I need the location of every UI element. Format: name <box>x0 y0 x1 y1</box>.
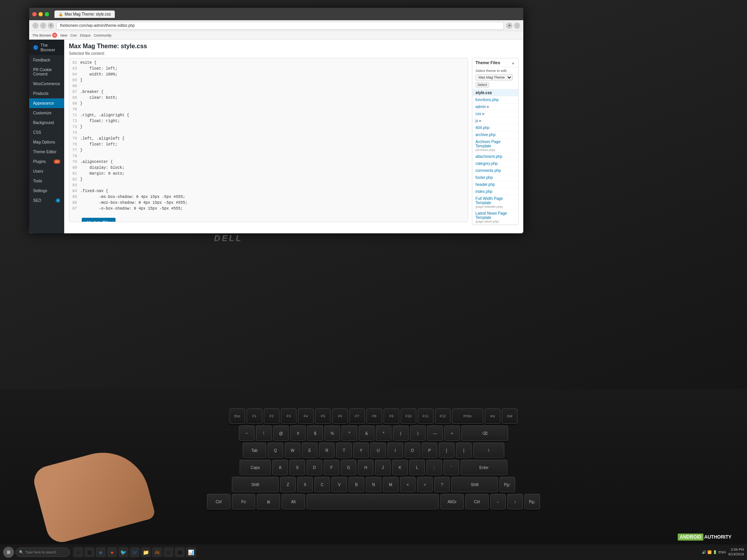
key-enter[interactable]: Enter <box>461 460 507 475</box>
key-fn[interactable]: Fn <box>232 494 255 509</box>
key-x[interactable]: X <box>297 477 313 492</box>
key-f12[interactable]: F12 <box>435 408 451 424</box>
forward-button[interactable]: › <box>40 23 46 29</box>
theme-file-index[interactable]: index.php <box>472 188 518 195</box>
sidebar-item-theme-editor[interactable]: Theme Editor <box>29 147 64 157</box>
key-f8[interactable]: F8 <box>366 408 382 424</box>
taskbar-steam[interactable]: ♨ <box>163 547 174 557</box>
key-space[interactable] <box>307 494 439 509</box>
key-n[interactable]: N <box>366 477 381 492</box>
select-theme-button[interactable]: Select <box>475 82 489 88</box>
key-s[interactable]: S <box>289 460 305 475</box>
theme-file-fullwidth[interactable]: Full Width Page Template (page-fullwidth… <box>472 195 518 210</box>
taskbar-chrome[interactable]: ● <box>107 547 117 557</box>
theme-selector[interactable]: Max Mag Theme <box>475 74 513 80</box>
battery-icon[interactable]: 🔋 <box>713 550 717 554</box>
key-ctrl-left[interactable]: Ctrl <box>207 494 230 509</box>
theme-file-style-css[interactable]: style.css <box>472 89 518 96</box>
key-plus[interactable]: + <box>444 425 460 441</box>
theme-file-category[interactable]: category.php <box>472 160 518 167</box>
key-p[interactable]: P <box>422 443 437 458</box>
key-q[interactable]: Q <box>268 443 283 458</box>
key-pgdn[interactable]: Pg↓ <box>524 494 540 509</box>
taskbar-cortana[interactable]: ○ <box>73 547 83 557</box>
theme-file-archives-template[interactable]: Archives Page Template (archives.php) <box>472 138 518 153</box>
key-quote[interactable]: ' <box>444 460 459 475</box>
taskbar-app5[interactable]: 📁 <box>141 547 151 557</box>
settings-icon[interactable]: ⋮ <box>514 23 520 29</box>
taskbar-app9[interactable]: 📊 <box>186 547 196 557</box>
key-d[interactable]: D <box>307 460 322 475</box>
theme-file-footer[interactable]: footer.php <box>472 174 518 181</box>
key-altgr[interactable]: AltGr <box>440 494 464 509</box>
key-tab[interactable]: Tab <box>243 443 266 458</box>
sidebar-item-feedback[interactable]: Feedback <box>29 55 64 65</box>
sidebar-item-products[interactable]: Products <box>29 89 64 98</box>
key-pgup[interactable]: Pg↑ <box>500 477 515 492</box>
key-l[interactable]: L <box>409 460 425 475</box>
bookmark-con[interactable]: Con <box>70 33 77 37</box>
maximize-window-button[interactable] <box>45 12 49 16</box>
taskbar-edge[interactable]: e <box>96 547 106 557</box>
key-1[interactable]: ! <box>256 425 272 441</box>
key-3[interactable]: # <box>290 425 306 441</box>
key-6[interactable]: ^ <box>342 425 357 441</box>
key-backspace[interactable]: ⌫ <box>461 425 508 441</box>
volume-icon[interactable]: 🔊 <box>702 550 706 554</box>
key-f6[interactable]: F6 <box>332 408 348 424</box>
sidebar-item-woocommerce[interactable]: WooCommerce <box>29 79 64 89</box>
theme-file-latest-news[interactable]: Latest News Page Template (page-latest.p… <box>472 210 518 225</box>
theme-file-functions-php[interactable]: functions.php <box>472 96 518 103</box>
taskbar-task-view[interactable]: ⊟ <box>84 547 95 557</box>
key-z[interactable]: Z <box>280 477 296 492</box>
key-f10[interactable]: F10 <box>401 408 416 424</box>
key-v[interactable]: V <box>331 477 347 492</box>
key-m[interactable]: M <box>383 477 398 492</box>
key-c[interactable]: C <box>314 477 330 492</box>
key-y[interactable]: Y <box>353 443 369 458</box>
key-o[interactable]: O <box>405 443 420 458</box>
bookmark-bioneer[interactable]: The Bioneer 30 <box>32 33 57 38</box>
sidebar-item-css[interactable]: CSS <box>29 128 64 137</box>
key-minus[interactable]: — <box>427 425 443 441</box>
key-win[interactable]: ⊞ <box>257 494 280 509</box>
theme-file-archive[interactable]: archive.php <box>472 131 518 138</box>
sidebar-item-appearance[interactable]: Appearance <box>29 98 64 108</box>
start-button[interactable]: ⊞ <box>3 547 14 558</box>
key-9[interactable]: ( <box>393 425 409 441</box>
address-input[interactable] <box>56 22 504 30</box>
taskbar-app3[interactable]: 🐦 <box>118 547 128 557</box>
taskbar-word[interactable]: W <box>130 547 140 557</box>
key-4[interactable]: $ <box>307 425 323 441</box>
sidebar-item-mag-options[interactable]: Mag Options <box>29 137 64 147</box>
taskbar-app8[interactable]: ⊞ <box>175 547 185 557</box>
theme-file-attachment[interactable]: attachment.php <box>472 153 518 160</box>
key-i[interactable]: I <box>388 443 403 458</box>
key-f[interactable]: F <box>324 460 339 475</box>
minimize-window-button[interactable] <box>39 12 43 16</box>
bookmark-disqus[interactable]: Disqus <box>80 33 91 37</box>
code-editor[interactable]: 62 #site { 63 float: left; 64 width: 100… <box>69 58 468 222</box>
key-shift-left[interactable]: Shift <box>232 477 279 492</box>
key-backtick[interactable]: ~ <box>239 425 254 441</box>
key-7[interactable]: & <box>359 425 374 441</box>
key-comma[interactable]: < <box>400 477 416 492</box>
refresh-button[interactable]: ↻ <box>48 23 54 29</box>
sidebar-item-settings[interactable]: Settings <box>29 186 64 196</box>
key-esc[interactable]: Esc <box>230 408 245 424</box>
key-period[interactable]: > <box>417 477 433 492</box>
key-a[interactable]: A <box>272 460 288 475</box>
key-2[interactable]: @ <box>273 425 289 441</box>
bookmark-new[interactable]: New <box>60 33 67 37</box>
key-g[interactable]: G <box>341 460 356 475</box>
key-f3[interactable]: F3 <box>281 408 296 424</box>
theme-file-header[interactable]: header.php <box>472 181 518 188</box>
active-browser-tab[interactable]: 🔒 Max Mag Theme: style.css <box>54 10 115 18</box>
key-shift-right[interactable]: Shift <box>451 477 498 492</box>
key-slash[interactable]: ? <box>434 477 450 492</box>
key-left[interactable]: ← <box>490 494 506 509</box>
key-f2[interactable]: F2 <box>264 408 279 424</box>
search-bar[interactable]: 🔍 Type here to search <box>16 548 70 557</box>
theme-file-admin[interactable]: admin ▶ <box>472 103 518 110</box>
key-prtsc[interactable]: PrtSc <box>452 408 483 424</box>
